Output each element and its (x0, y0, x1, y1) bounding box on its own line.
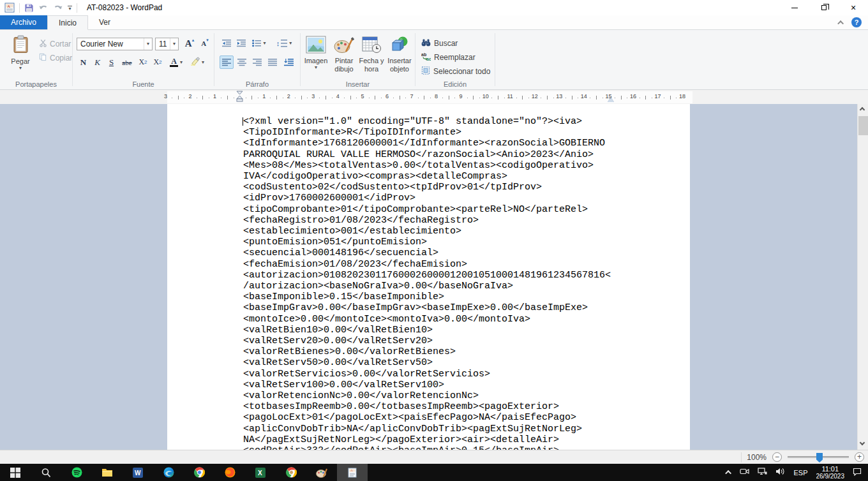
taskbar-item-search[interactable] (31, 464, 61, 481)
redo-icon[interactable] (53, 3, 63, 12)
save-icon[interactable] (24, 3, 34, 13)
taskbar-item-firefox[interactable] (214, 464, 245, 481)
increase-indent-button[interactable] (234, 37, 248, 50)
ruler-tick (221, 98, 221, 98)
ruler-number: 2 (189, 93, 192, 100)
insert-image-button[interactable]: Imagen ▾ (302, 36, 330, 70)
paste-button[interactable]: Pegar ▾ (6, 35, 35, 71)
action-center-icon[interactable] (853, 468, 862, 478)
ruler-tick (375, 96, 375, 100)
insert-object-button[interactable]: Insertar objeto (385, 36, 414, 73)
replace-button[interactable]: abac Reemplazar (421, 52, 476, 63)
subscript-button[interactable]: X2 (136, 56, 150, 69)
group-label-paragraph[interactable]: Párrafo (214, 80, 300, 88)
zoom-slider-thumb[interactable] (816, 453, 823, 463)
highlight-color-button[interactable]: ▾ (188, 56, 207, 69)
document-text[interactable]: <?xml version="1.0" encoding="UTF-8" sta… (243, 116, 611, 450)
tab-ver[interactable]: Ver (88, 15, 121, 29)
decrease-indent-button[interactable] (220, 37, 234, 50)
status-bar: 100% − + (0, 450, 868, 464)
language-indicator[interactable]: ESP (793, 469, 807, 477)
vertical-scrollbar[interactable] (857, 104, 868, 450)
find-button[interactable]: Buscar (421, 38, 458, 49)
minimize-button[interactable] (780, 0, 809, 15)
italic-button[interactable]: K (91, 56, 104, 69)
zoom-out-button[interactable]: − (772, 452, 782, 462)
group-label-editing[interactable]: Edición (415, 80, 495, 88)
zoom-slider[interactable] (788, 456, 849, 458)
taskbar-item-file-explorer[interactable] (92, 464, 123, 481)
align-right-button[interactable] (250, 56, 264, 69)
restore-button[interactable] (809, 0, 839, 15)
align-left-button[interactable] (220, 56, 234, 69)
chevron-down-icon: ▾ (202, 60, 204, 65)
group-label-font[interactable]: Fuente (73, 80, 214, 88)
tray-overflow-icon[interactable] (726, 470, 732, 477)
select-all-button[interactable]: Seleccionar todo (421, 66, 491, 77)
document-page[interactable]: <?xml version="1.0" encoding="UTF-8" sta… (167, 104, 690, 450)
taskbar-item-paint[interactable] (306, 464, 337, 481)
paint-drawing-button[interactable]: Pintar dibujo (331, 36, 357, 73)
ruler-tick (467, 98, 468, 98)
line-spacing-button[interactable]: ↕▾ (274, 37, 294, 50)
tab-archivo[interactable]: Archivo (0, 15, 47, 29)
ruler-tick (178, 96, 179, 100)
close-button[interactable]: × (839, 0, 868, 15)
ribbon: Pegar ▾ Cortar Copiar Portapapeles Couri… (0, 30, 868, 90)
bold-button[interactable]: N (77, 56, 90, 69)
strikethrough-button[interactable]: abe (119, 56, 135, 69)
scroll-down-icon[interactable] (860, 441, 865, 446)
group-label-clipboard[interactable]: Portapapeles (0, 80, 72, 88)
chrome-icon (194, 467, 205, 478)
wordpad-app-icon[interactable]: A (4, 3, 15, 13)
help-icon[interactable]: ? (851, 17, 862, 27)
group-label-insert[interactable]: Insertar (301, 80, 415, 88)
meet-now-icon[interactable] (740, 468, 749, 477)
scroll-up-icon[interactable] (860, 108, 865, 113)
cut-button[interactable]: Cortar (38, 38, 70, 50)
taskbar-item-start[interactable] (0, 464, 31, 481)
strikethrough-label: abe (122, 59, 131, 66)
scrollbar-thumb[interactable] (858, 116, 868, 135)
ruler-tick (307, 98, 308, 98)
grow-font-button[interactable]: A▴ (183, 36, 197, 50)
document-area[interactable]: <?xml version="1.0" encoding="UTF-8" sta… (0, 104, 868, 450)
first-line-indent-marker[interactable] (236, 91, 243, 105)
taskbar-item-chrome[interactable] (184, 464, 214, 481)
collapse-ribbon-icon[interactable] (837, 20, 844, 26)
copy-button[interactable]: Copiar (38, 52, 71, 64)
network-icon[interactable] (758, 468, 767, 477)
list-button[interactable]: ▾ (250, 37, 268, 50)
undo-icon[interactable] (38, 3, 49, 12)
volume-icon[interactable] (775, 468, 785, 477)
zoom-in-button[interactable]: + (855, 452, 864, 462)
superscript-button[interactable]: X2 (151, 56, 165, 69)
align-center-button[interactable] (235, 56, 249, 69)
chrome-profile-icon (286, 467, 297, 478)
taskbar-item-chrome-profile[interactable] (276, 464, 306, 481)
shrink-font-button[interactable]: A▾ (198, 36, 212, 50)
ruler-number: 18 (679, 93, 685, 100)
justify-button[interactable] (266, 56, 280, 69)
subscript-label: X (138, 57, 144, 67)
taskbar-item-spotify[interactable] (61, 464, 92, 481)
chevron-down-icon: ▾ (170, 38, 178, 50)
bold-label: N (80, 57, 86, 68)
customize-toolbar-dropdown-icon[interactable]: ▾ (68, 6, 72, 10)
taskbar-item-edge[interactable] (153, 464, 184, 481)
taskbar-item-excel[interactable]: X (245, 464, 276, 481)
image-icon (306, 36, 326, 56)
clock[interactable]: 11:0126/9/2023 (816, 464, 845, 481)
date-time-button[interactable]: Fecha y hora (358, 36, 385, 73)
tab-inicio[interactable]: Inicio (47, 15, 88, 30)
paragraph-settings-button[interactable] (281, 56, 296, 69)
subscript-mark: 2 (144, 59, 147, 65)
ruler-tick (572, 96, 572, 100)
font-family-select[interactable]: Courier New ▾ (77, 38, 153, 50)
font-size-select[interactable]: 11 ▾ (155, 38, 179, 50)
taskbar-item-word[interactable]: W (123, 464, 153, 481)
ruler-scale[interactable]: 321123456789101112131415161718 (167, 91, 692, 103)
underline-button[interactable]: S (105, 56, 118, 69)
font-color-button[interactable]: A ▾ (167, 56, 185, 69)
taskbar-item-wordpad[interactable]: A (337, 464, 368, 481)
